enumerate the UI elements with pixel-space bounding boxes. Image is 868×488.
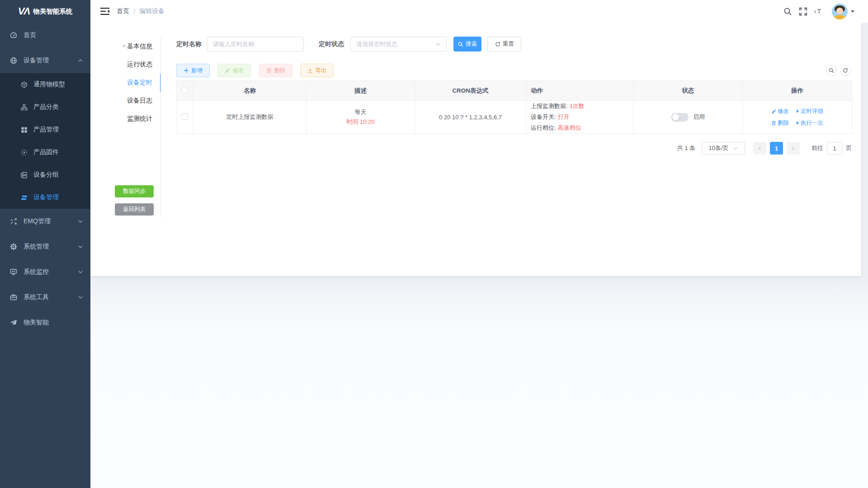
action-value: 打开	[558, 113, 570, 120]
current-page-button[interactable]: 1	[770, 142, 783, 155]
delete-button[interactable]: 删除	[259, 64, 292, 77]
avatar-shirt	[834, 15, 846, 19]
sidebar-subitem-thing-model[interactable]: 通用物模型	[0, 73, 90, 96]
tab-device-log[interactable]: 设备日志	[115, 92, 160, 110]
sidebar-subitem-product-category[interactable]: 产品分类	[0, 96, 90, 118]
tab-basic-info[interactable]: * 基本信息	[115, 38, 160, 56]
grid-icon	[21, 127, 28, 133]
op-delete-label: 删除	[778, 119, 789, 127]
device-management-submenu: 通用物模型 产品分类 产品管理 产品固件 设备分组 设备管理	[0, 73, 90, 209]
op-edit-link[interactable]: 修改	[771, 108, 789, 115]
data-sync-button[interactable]: 数据同步	[115, 185, 154, 197]
chevron-down-icon	[78, 244, 83, 249]
op-run-once-link[interactable]: 执行一次	[797, 119, 823, 127]
search-button-label: 搜索	[466, 40, 477, 48]
goto-label: 前往	[811, 144, 823, 152]
next-page-button[interactable]	[787, 142, 800, 155]
op-detail-label: 定时详细	[801, 108, 823, 115]
header-action: 动作	[526, 81, 634, 101]
tab-label: 基本信息	[127, 42, 152, 51]
action-label: 上报监测数据:	[531, 103, 568, 109]
goto-page-input[interactable]	[827, 142, 842, 155]
search-button[interactable]: 搜索	[453, 37, 481, 52]
action-value: 1次数	[570, 103, 585, 109]
chevron-down-icon	[78, 219, 83, 224]
edit-button[interactable]: 修改	[217, 64, 251, 77]
breadcrumb-home[interactable]: 首页	[117, 7, 129, 15]
chevron-down-icon	[733, 146, 738, 151]
tab-device-timing[interactable]: 设备定时	[115, 74, 160, 92]
select-all-checkbox[interactable]	[182, 87, 188, 93]
op-delete-link[interactable]: 删除	[771, 119, 789, 127]
content-card: * 基本信息 运行状态 设备定时 设备日志 监测统计 数据同步 返回列表 定时名…	[90, 23, 861, 276]
toolbox-icon	[10, 294, 17, 301]
header-status: 状态	[634, 81, 743, 101]
font-size-icon[interactable]: TT	[814, 7, 823, 16]
header-operations: 操作	[743, 81, 852, 101]
tab-label: 设备日志	[127, 97, 152, 105]
topbar-actions: TT	[783, 4, 868, 19]
sidebar-item-wumei-smart[interactable]: 物美智能	[0, 310, 90, 335]
action-line: 运行档位:高速档位	[531, 122, 633, 133]
search-icon[interactable]	[783, 7, 792, 16]
fullscreen-icon[interactable]	[798, 7, 807, 16]
cell-cron: 0 20 10 ? * 1,2,3,4,5,6,7	[415, 101, 526, 134]
sidebar-item-device-management[interactable]: 设备管理	[0, 48, 90, 73]
sidebar-item-emq-management[interactable]: EMQ管理	[0, 209, 90, 234]
timing-name-label: 定时名称	[176, 37, 202, 52]
sidebar-item-system-management[interactable]: 系统管理	[0, 234, 90, 259]
svg-text:T: T	[814, 9, 816, 14]
required-asterisk: *	[123, 43, 125, 50]
sidebar-item-system-tools[interactable]: 系统工具	[0, 285, 90, 310]
sidebar-subitem-product-firmware[interactable]: 产品固件	[0, 141, 90, 164]
sidebar-subitem-product-management[interactable]: 产品管理	[0, 118, 90, 141]
export-button[interactable]: 导出	[300, 64, 334, 77]
sidebar-subitem-device-management[interactable]: 设备管理	[0, 186, 90, 209]
breadcrumb-separator: /	[133, 8, 135, 15]
page-size-select[interactable]: 10条/页	[702, 142, 745, 155]
search-icon	[458, 42, 463, 47]
table-row: 定时上报监测数据 每天 时间 10:20 0 20 10 ? * 1,2,3,4…	[177, 101, 852, 134]
tab-label: 监测统计	[127, 115, 152, 123]
tab-monitor-stats[interactable]: 监测统计	[115, 110, 160, 128]
back-to-list-button[interactable]: 返回列表	[115, 203, 154, 216]
add-button-label: 新增	[191, 67, 203, 75]
user-avatar[interactable]	[832, 4, 848, 19]
toggle-search-button[interactable]	[826, 65, 837, 76]
timing-status-select[interactable]: 请选择定时状态	[350, 37, 447, 52]
chevron-up-icon	[78, 58, 83, 63]
sidebar-subitem-device-group[interactable]: 设备分组	[0, 164, 90, 186]
op-edit-label: 修改	[778, 108, 789, 115]
add-button[interactable]: 新增	[176, 64, 210, 77]
tab-label: 运行状态	[127, 61, 152, 69]
action-line: 上报监测数据:1次数	[531, 101, 633, 112]
reset-button[interactable]: 重置	[487, 37, 521, 52]
trash-icon	[771, 121, 776, 126]
sidebar-item-label: 系统监控	[24, 268, 49, 276]
refresh-table-button[interactable]	[840, 65, 851, 76]
sidebar-item-label: 物美智能	[24, 319, 49, 327]
tab-run-status[interactable]: 运行状态	[115, 56, 160, 74]
status-label: 启用	[693, 113, 705, 121]
sidebar-item-home[interactable]: 首页	[0, 23, 90, 48]
timing-name-input[interactable]	[207, 37, 304, 52]
cell-description: 每天 时间 10:20	[307, 101, 415, 134]
app-logo[interactable]: VΛ 物美智能系统	[0, 0, 90, 23]
export-button-label: 导出	[315, 67, 326, 75]
select-placeholder: 请选择定时状态	[356, 40, 397, 48]
page-unit-label: 页	[846, 144, 852, 152]
menu-fold-icon[interactable]	[100, 7, 109, 15]
sidebar-item-label: 系统工具	[24, 293, 49, 301]
sidebar-item-system-monitor[interactable]: 系统监控	[0, 259, 90, 285]
user-menu[interactable]	[832, 4, 854, 19]
sidebar-subitem-label: 产品固件	[33, 148, 59, 156]
op-timing-detail-link[interactable]: 定时详细	[797, 108, 823, 115]
status-toggle[interactable]	[671, 113, 689, 122]
prev-page-button[interactable]	[753, 142, 766, 155]
edit-icon	[225, 68, 230, 73]
cell-status: 启用	[634, 101, 743, 134]
row-checkbox[interactable]	[182, 113, 188, 120]
action-label: 设备开关:	[531, 113, 556, 120]
sidebar-subitem-label: 产品分类	[33, 103, 59, 111]
action-line: 设备开关:打开	[531, 112, 633, 122]
